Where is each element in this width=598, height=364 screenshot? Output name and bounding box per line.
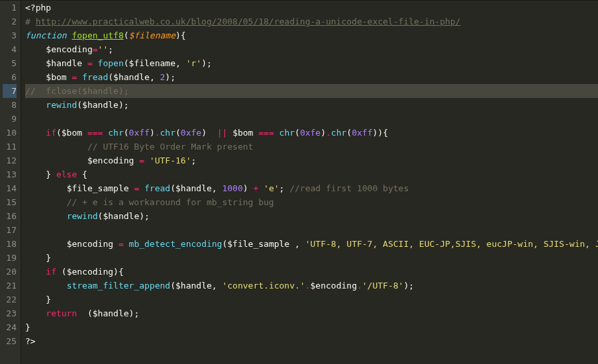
code-token: 0xff (352, 128, 372, 138)
code-line[interactable]: } (25, 320, 598, 334)
line-number[interactable]: 24 (3, 320, 17, 334)
code-token: } (25, 322, 30, 332)
line-number[interactable]: 11 (3, 140, 17, 154)
line-number[interactable]: 8 (3, 98, 17, 112)
code-token: <?php (25, 3, 51, 13)
code-line[interactable] (25, 112, 598, 126)
code-token: } (25, 295, 51, 304)
code-token: ){ (113, 267, 124, 277)
code-token: ( (124, 128, 129, 138)
code-line[interactable]: <?php (25, 1, 598, 15)
code-line[interactable]: } else { (25, 167, 598, 181)
code-line[interactable]: $encoding = 'UTF-16'; (25, 154, 598, 167)
code-token: , (150, 72, 160, 82)
code-token: ( (77, 308, 92, 318)
line-number[interactable]: 7 (3, 84, 17, 98)
code-line[interactable]: // + e is a workaround for mb_string bug (25, 195, 598, 209)
code-line[interactable]: if ($encoding){ (25, 265, 598, 279)
code-token: 1000 (222, 183, 242, 193)
line-number[interactable]: 13 (3, 167, 17, 181)
code-line[interactable]: # http://www.practicalweb.co.uk/blog/200… (25, 15, 598, 28)
code-token: || (217, 128, 228, 138)
code-token (274, 128, 279, 138)
line-number[interactable]: 19 (3, 251, 17, 265)
code-token: ( (346, 128, 352, 138)
code-token: '' (98, 44, 109, 54)
code-line[interactable]: $handle = fopen($filename, 'r'); (25, 56, 598, 70)
code-line[interactable]: stream_filter_append($handle, 'convert.i… (25, 279, 598, 293)
code-token: chr (108, 128, 123, 138)
code-token (258, 183, 264, 193)
code-token: 0xfe (300, 128, 321, 138)
code-line[interactable]: } (25, 293, 598, 306)
code-line[interactable]: ?> (25, 334, 598, 348)
line-number[interactable]: 15 (3, 195, 17, 209)
code-token: = (93, 44, 98, 54)
code-token: $bom (62, 128, 82, 138)
code-token (82, 128, 87, 138)
line-number[interactable]: 3 (3, 28, 17, 42)
code-line[interactable]: $encoding=''; (25, 42, 598, 56)
code-editor[interactable]: 1234567891011121314151617181920212223242… (0, 0, 598, 364)
code-line[interactable]: return ($handle); (25, 306, 598, 320)
code-token: ); (119, 100, 129, 110)
code-area[interactable]: <?php# http://www.practicalweb.co.uk/blo… (21, 1, 598, 364)
line-number[interactable]: 5 (3, 56, 17, 70)
code-token (25, 211, 67, 221)
line-number[interactable]: 22 (3, 293, 17, 306)
code-token: chr (160, 128, 175, 138)
code-token (25, 128, 46, 138)
code-line[interactable]: $encoding = mb_detect_encoding($file_sam… (25, 237, 598, 251)
code-token: chr (279, 128, 295, 138)
code-token: # (25, 17, 36, 26)
code-line[interactable]: // UTF16 Byte Order Mark present (25, 140, 598, 154)
code-line[interactable]: } (25, 251, 598, 265)
line-number[interactable]: 1 (3, 1, 17, 15)
code-token: , (289, 239, 305, 249)
code-token: rewind (67, 211, 98, 221)
code-line[interactable]: $file_sample = fread($handle, 1000) + 'e… (25, 181, 598, 195)
code-line[interactable]: function fopen_utf8($filename){ (25, 28, 598, 42)
code-line[interactable] (25, 223, 598, 237)
line-number[interactable]: 23 (3, 306, 17, 320)
code-token: 'UTF-16' (150, 156, 191, 165)
code-token: ); (165, 72, 175, 82)
code-line[interactable]: rewind($handle); (25, 98, 598, 112)
code-token: http://www.practicalweb.co.uk/blog/2008/… (36, 17, 461, 26)
line-number[interactable]: 17 (3, 223, 17, 237)
code-line[interactable]: if($bom === chr(0xff).chr(0xfe) || $bom … (25, 126, 598, 140)
code-token: $file_sample (227, 239, 289, 249)
line-number[interactable]: 4 (3, 42, 17, 56)
code-token: { (77, 169, 87, 179)
code-token: $filename (129, 30, 175, 40)
code-token: ) (243, 183, 254, 193)
code-token: . (305, 281, 311, 291)
code-token (25, 58, 46, 68)
code-token: if (46, 267, 56, 277)
line-number[interactable]: 12 (3, 154, 17, 167)
code-line[interactable]: $bom = fread($handle, 2); (25, 70, 598, 84)
code-token: . (326, 128, 331, 138)
code-line[interactable]: // fclose($handle); (25, 84, 598, 98)
line-number[interactable]: 2 (3, 15, 17, 28)
code-token: ; (279, 183, 290, 193)
code-token: 'e' (264, 183, 279, 193)
code-token (25, 281, 67, 291)
line-number-gutter[interactable]: 1234567891011121314151617181920212223242… (0, 1, 21, 364)
code-token: $handle (175, 281, 212, 291)
code-token: . (155, 128, 160, 138)
code-token (25, 142, 87, 152)
code-line[interactable]: rewind($handle); (25, 209, 598, 223)
line-number[interactable]: 6 (3, 70, 17, 84)
line-number[interactable]: 21 (3, 279, 17, 293)
code-token: fopen_utf8 (72, 30, 123, 40)
line-number[interactable]: 25 (3, 334, 17, 348)
code-token (25, 100, 46, 110)
line-number[interactable]: 18 (3, 237, 17, 251)
line-number[interactable]: 14 (3, 181, 17, 195)
line-number[interactable]: 9 (3, 112, 17, 126)
line-number[interactable]: 16 (3, 209, 17, 223)
line-number[interactable]: 20 (3, 265, 17, 279)
line-number[interactable]: 10 (3, 126, 17, 140)
code-token: stream_filter_append (67, 281, 171, 291)
